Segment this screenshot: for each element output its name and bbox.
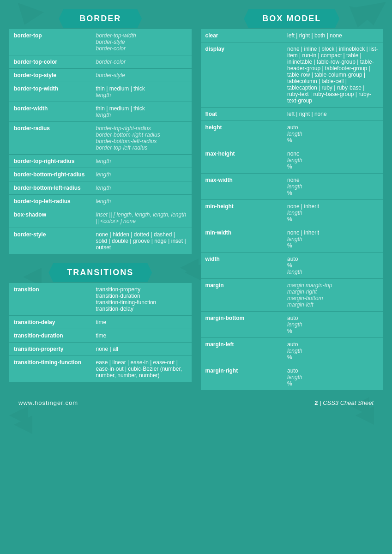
table-row: border-stylenone | hidden | dotted | das… bbox=[9, 228, 192, 254]
property-cell: border-top-width bbox=[9, 82, 91, 102]
table-row: min-widthnone | inheritlength% bbox=[201, 226, 383, 253]
table-row: margin-bottomautolength% bbox=[201, 312, 383, 338]
property-cell: width bbox=[201, 253, 283, 279]
value-cell: none | hidden | dotted | dashed | solid … bbox=[91, 228, 192, 254]
property-cell: border-style bbox=[9, 228, 91, 254]
property-cell: border-top-left-radius bbox=[9, 195, 91, 208]
value-cell: none | inline | block | inlineblock | li… bbox=[283, 42, 383, 108]
property-cell: border-top-style bbox=[9, 69, 91, 82]
left-column: BORDER border-topborder-top-widthborder-… bbox=[9, 9, 192, 390]
property-cell: border-top bbox=[9, 29, 91, 55]
table-row: margin-leftautolength% bbox=[201, 338, 383, 364]
value-cell: nonelength% bbox=[283, 174, 383, 200]
value-cell: margin margin-topmargin-rightmargin-bott… bbox=[283, 279, 383, 312]
table-row: box-shadowinset || [ length, length, len… bbox=[9, 208, 192, 228]
property-cell: margin bbox=[201, 279, 283, 312]
value-cell: none | all bbox=[91, 343, 192, 356]
table-row: border-top-styleborder-style bbox=[9, 69, 192, 82]
property-cell: transition-duration bbox=[9, 329, 91, 343]
table-row: min-heightnone | inheritlength% bbox=[201, 200, 383, 226]
property-cell: max-height bbox=[201, 147, 283, 174]
table-row: clearleft | right | both | none bbox=[201, 29, 383, 42]
border-table: border-topborder-top-widthborder-stylebo… bbox=[9, 29, 192, 254]
border-table-wrap: border-topborder-top-widthborder-stylebo… bbox=[9, 29, 192, 254]
value-cell: left | right | both | none bbox=[283, 29, 383, 42]
footer-label: CSS3 Cheat Sheet bbox=[323, 399, 374, 406]
property-cell: margin-bottom bbox=[201, 312, 283, 338]
table-row: max-widthnonelength% bbox=[201, 174, 383, 200]
property-cell: transition bbox=[9, 283, 91, 316]
table-row: border-widththin | medium | thicklength bbox=[9, 102, 192, 122]
transitions-section: TRANSITIONS transitiontransition-propert… bbox=[9, 263, 192, 382]
table-row: border-top-left-radiuslength bbox=[9, 195, 192, 208]
value-cell: autolength% bbox=[283, 364, 383, 391]
table-row: max-heightnonelength% bbox=[201, 147, 383, 174]
value-cell: transition-propertytransition-durationtr… bbox=[91, 283, 192, 316]
table-row: displaynone | inline | block | inlineblo… bbox=[201, 42, 383, 108]
transitions-section-header: TRANSITIONS bbox=[9, 263, 192, 282]
box-model-table: clearleft | right | both | nonedisplayno… bbox=[201, 29, 383, 390]
value-cell: time bbox=[91, 316, 192, 329]
value-cell: none | inheritlength% bbox=[283, 200, 383, 226]
property-cell: float bbox=[201, 108, 283, 121]
table-row: border-bottom-right-radiuslength bbox=[9, 168, 192, 181]
value-cell: autolength% bbox=[283, 312, 383, 338]
transitions-table: transitiontransition-propertytransition-… bbox=[9, 283, 192, 382]
property-cell: border-top-right-radius bbox=[9, 155, 91, 168]
value-cell: nonelength% bbox=[283, 147, 383, 174]
border-title: BORDER bbox=[59, 9, 142, 28]
property-cell: transition-timing-function bbox=[9, 356, 91, 382]
table-row: border-radiusborder-top-right-radiusbord… bbox=[9, 122, 192, 155]
value-cell: length bbox=[91, 168, 192, 181]
table-row: transition-delaytime bbox=[9, 316, 192, 329]
property-cell: display bbox=[201, 42, 283, 108]
property-cell: border-bottom-right-radius bbox=[9, 168, 91, 181]
property-cell: border-radius bbox=[9, 122, 91, 155]
property-cell: margin-left bbox=[201, 338, 283, 364]
table-row: transitiontransition-propertytransition-… bbox=[9, 283, 192, 316]
value-cell: auto%length bbox=[283, 253, 383, 279]
value-cell: thin | medium | thicklength bbox=[91, 82, 192, 102]
footer-website: www.hostinger.com bbox=[18, 399, 78, 406]
property-cell: border-width bbox=[9, 102, 91, 122]
value-cell: length bbox=[91, 195, 192, 208]
property-cell: margin-right bbox=[201, 364, 283, 391]
footer: www.hostinger.com 2 | CSS3 Cheat Sheet bbox=[9, 395, 383, 411]
property-cell: height bbox=[201, 121, 283, 147]
property-cell: min-height bbox=[201, 200, 283, 226]
value-cell: autolength% bbox=[283, 121, 383, 147]
value-cell: thin | medium | thicklength bbox=[91, 102, 192, 122]
value-cell: length bbox=[91, 155, 192, 168]
box-model-title: BOX MODEL bbox=[244, 9, 339, 28]
table-row: marginmargin margin-topmargin-rightmargi… bbox=[201, 279, 383, 312]
table-row: margin-rightautolength% bbox=[201, 364, 383, 391]
property-cell: box-shadow bbox=[9, 208, 91, 228]
table-row: border-bottom-left-radiuslength bbox=[9, 181, 192, 195]
value-cell: inset || [ length, length, length, lengt… bbox=[91, 208, 192, 228]
value-cell: none | inheritlength% bbox=[283, 226, 383, 253]
property-cell: max-width bbox=[201, 174, 283, 200]
table-row: heightautolength% bbox=[201, 121, 383, 147]
table-row: border-top-widththin | medium | thicklen… bbox=[9, 82, 192, 102]
value-cell: border-color bbox=[91, 55, 192, 69]
table-row: widthauto%length bbox=[201, 253, 383, 279]
property-cell: border-bottom-left-radius bbox=[9, 181, 91, 195]
table-row: transition-durationtime bbox=[9, 329, 192, 343]
transitions-title: TRANSITIONS bbox=[48, 263, 152, 282]
value-cell: border-top-widthborder-styleborder-color bbox=[91, 29, 192, 55]
value-cell: border-style bbox=[91, 69, 192, 82]
value-cell: length bbox=[91, 181, 192, 195]
border-section-header: BORDER bbox=[9, 9, 192, 28]
page-number: 2 bbox=[314, 399, 318, 406]
page-content: BORDER border-topborder-top-widthborder-… bbox=[0, 0, 392, 420]
transitions-table-wrap: transitiontransition-propertytransition-… bbox=[9, 283, 192, 382]
table-row: transition-timing-functionease | linear … bbox=[9, 356, 192, 382]
table-row: transition-propertynone | all bbox=[9, 343, 192, 356]
value-cell: autolength% bbox=[283, 338, 383, 364]
table-row: border-top-colorborder-color bbox=[9, 55, 192, 69]
property-cell: transition-delay bbox=[9, 316, 91, 329]
box-model-table-wrap: clearleft | right | both | nonedisplayno… bbox=[201, 29, 383, 390]
footer-page-info: 2 | CSS3 Cheat Sheet bbox=[314, 399, 374, 406]
right-column: BOX MODEL clearleft | right | both | non… bbox=[201, 9, 383, 390]
value-cell: left | right | none bbox=[283, 108, 383, 121]
